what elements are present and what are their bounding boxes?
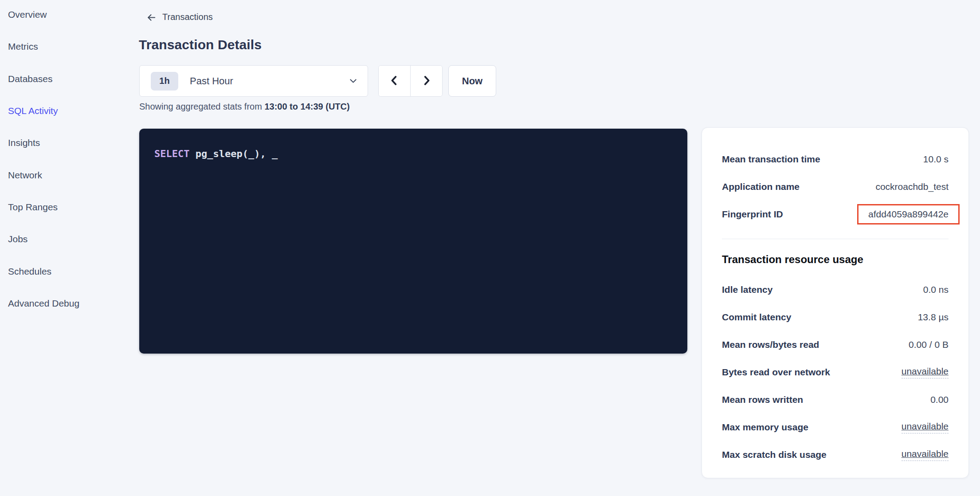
back-arrow-icon[interactable] [146,12,157,23]
sql-keyword: SELECT [154,148,189,159]
row-value: 0.00 [930,394,949,405]
sidebar-item-top-ranges[interactable]: Top Ranges [0,191,133,223]
sidebar-item-network[interactable]: Network [0,159,133,191]
fingerprint-id-value-highlight: afdd4059a899442e [857,204,960,224]
row-label: Mean rows/bytes read [722,339,819,350]
detail-row-commit-latency: Commit latency 13.8 µs [722,303,949,331]
chevron-right-icon [420,75,432,88]
row-label: Application name [722,181,800,192]
row-value: 0.0 ns [923,284,949,295]
time-window-nav-group [378,65,443,97]
sql-statement-rest: pg_sleep(_), _ [189,148,278,159]
row-value: 0.00 / 0 B [909,339,949,350]
row-label: Mean rows written [722,394,803,405]
breadcrumb-label[interactable]: Transactions [162,12,213,22]
detail-row-max-scratch-disk-usage: Max scratch disk usage unavailable [722,441,949,468]
sql-statement: SELECT pg_sleep(_), _ [154,148,278,159]
sidebar-item-overview[interactable]: Overview [0,0,133,31]
breadcrumb[interactable]: Transactions [146,12,213,23]
row-value: 10.0 s [923,154,949,165]
sidebar-item-databases[interactable]: Databases [0,63,133,95]
time-range-selected-value: Past Hour [190,75,233,87]
sidebar-item-insights[interactable]: Insights [0,127,133,159]
sql-statement-box: SELECT pg_sleep(_), _ [139,129,687,354]
detail-row-application-name: Application name cockroachdb_test [722,173,949,201]
row-label: Commit latency [722,312,791,323]
row-value: cockroachdb_test [875,181,949,192]
sidebar: Overview Metrics Databases SQL Activity … [0,0,133,319]
stats-prefix: Showing aggregated stats from [139,102,264,111]
sidebar-item-metrics[interactable]: Metrics [0,31,133,63]
unavailable-value-tooltip[interactable]: unavailable [902,449,949,461]
unavailable-value-tooltip[interactable]: unavailable [902,421,949,433]
stats-time-range: 13:00 to 14:39 (UTC) [264,102,349,111]
aggregated-stats-line: Showing aggregated stats from 13:00 to 1… [139,102,350,112]
panel-divider [722,239,949,239]
sidebar-item-jobs[interactable]: Jobs [0,223,133,255]
sidebar-nav-list: Overview Metrics Databases SQL Activity … [0,0,133,319]
row-label: Max memory usage [722,422,808,433]
unavailable-value-tooltip[interactable]: unavailable [902,366,949,378]
resource-usage-heading: Transaction resource usage [722,252,949,267]
detail-row-max-memory-usage: Max memory usage unavailable [722,413,949,441]
next-time-window-button[interactable] [411,66,442,96]
chevron-left-icon [388,75,400,88]
row-label: Fingerprint ID [722,209,783,220]
detail-row-mean-rows-bytes-read: Mean rows/bytes read 0.00 / 0 B [722,331,949,358]
time-range-dropdown[interactable]: 1h Past Hour [139,65,368,97]
app-root: Overview Metrics Databases SQL Activity … [0,0,980,496]
detail-row-bytes-read-over-network: Bytes read over network unavailable [722,358,949,386]
time-range-badge: 1h [151,72,178,91]
row-label: Idle latency [722,284,772,295]
page-title: Transaction Details [139,37,262,52]
sidebar-item-advanced-debug[interactable]: Advanced Debug [0,287,133,319]
detail-row-mean-rows-written: Mean rows written 0.00 [722,386,949,413]
chevron-down-icon [349,76,358,86]
sidebar-item-sql-activity[interactable]: SQL Activity [0,95,133,127]
sidebar-item-schedules[interactable]: Schedules [0,255,133,287]
detail-row-fingerprint-id: Fingerprint ID afdd4059a899442e [722,201,949,228]
now-button[interactable]: Now [448,65,496,97]
row-label: Max scratch disk usage [722,449,827,460]
row-label: Mean transaction time [722,154,820,165]
row-value: 13.8 µs [918,312,949,323]
detail-row-idle-latency: Idle latency 0.0 ns [722,276,949,303]
row-label: Bytes read over network [722,367,830,378]
detail-row-mean-transaction-time: Mean transaction time 10.0 s [722,146,949,173]
previous-time-window-button[interactable] [379,66,411,96]
transaction-details-panel: Mean transaction time 10.0 s Application… [702,127,969,478]
